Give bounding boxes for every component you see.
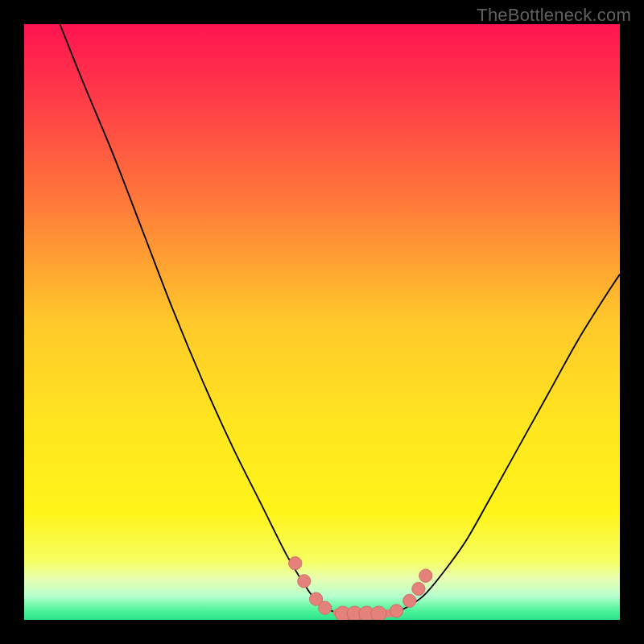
- watermark-text: TheBottleneck.com: [477, 5, 631, 26]
- right-curve: [394, 275, 620, 613]
- data-marker: [403, 594, 416, 607]
- chart-svg: [24, 24, 620, 620]
- chart-frame: TheBottleneck.com: [0, 0, 644, 644]
- marker-group: [289, 557, 432, 620]
- data-marker: [390, 605, 402, 617]
- data-marker: [319, 601, 332, 614]
- data-marker: [298, 575, 311, 588]
- data-marker: [419, 569, 432, 582]
- data-marker: [412, 582, 425, 595]
- left-curve: [60, 24, 336, 613]
- data-marker: [289, 557, 302, 570]
- plot-area: [24, 24, 620, 620]
- data-marker: [371, 606, 386, 620]
